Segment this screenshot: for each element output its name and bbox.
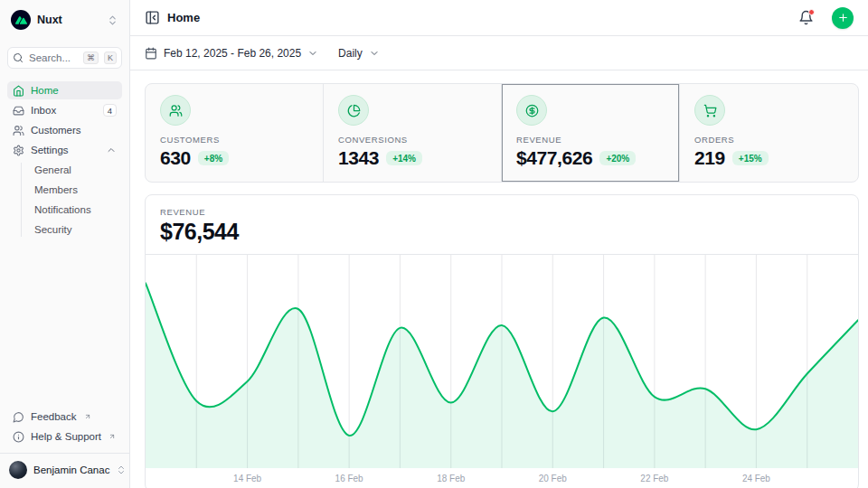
sidebar-footer: Feedback Help & Support [7,408,122,446]
stats-row: CUSTOMERS 630 +8% CONVERSIONS 1343 +14% [145,83,859,183]
chevron-down-icon [307,48,318,59]
sidebar-item-notifications[interactable]: Notifications [31,201,122,219]
sidebar: Nuxt Search... ⌘ K Home [0,0,130,488]
chart-value: $76,544 [160,219,844,245]
x-axis-tick: 18 Feb [437,474,465,483]
collapse-sidebar-icon[interactable] [145,10,160,25]
info-circle-icon [13,431,24,443]
delta-badge: +20% [599,151,636,165]
shopping-cart-icon [694,95,725,126]
app-window: Nuxt Search... ⌘ K Home [0,0,868,488]
main-area: Home Feb 12, 2025 - Feb 26, 2025 Daily [130,0,868,488]
stat-value: $477,626 [516,147,592,169]
sidebar-item-settings[interactable]: Settings [7,141,122,159]
chevrons-up-down-icon [107,14,118,26]
x-axis-tick: 14 Feb [233,474,261,483]
revenue-chart-card: REVENUE $76,544 14 Feb16 Feb18 Feb20 Feb… [145,194,859,488]
message-bubble-icon [13,411,24,423]
x-axis-tick: 24 Feb [742,474,770,483]
top-bar: Home [130,0,868,36]
sidebar-item-home[interactable]: Home [7,81,122,99]
x-axis-tick: 20 Feb [539,474,567,483]
kbd-k: K [104,52,117,65]
gear-icon [13,145,24,156]
granularity-select[interactable]: Daily [338,47,380,60]
stat-value: 219 [694,147,725,169]
sidebar-item-members[interactable]: Members [31,181,122,199]
revenue-chart-svg[interactable]: 14 Feb16 Feb18 Feb20 Feb22 Feb24 Feb [146,255,858,488]
dollar-circle-icon [516,95,547,126]
x-axis-tick: 16 Feb [335,474,363,483]
delta-badge: +8% [198,151,229,165]
sidebar-item-feedback[interactable]: Feedback [7,408,122,426]
kbd-meta: ⌘ [83,52,99,65]
chevrons-up-down-icon [116,465,127,475]
stat-value: 630 [160,147,191,169]
users-icon [160,95,191,126]
sidebar-item-customers[interactable]: Customers [7,121,122,139]
user-name: Benjamin Canac [33,465,109,475]
delta-badge: +15% [732,151,769,165]
inbox-count-badge: 4 [103,104,117,117]
pie-chart-icon [338,95,369,126]
notifications-bell-icon[interactable] [798,10,814,25]
stat-card-conversions[interactable]: CONVERSIONS 1343 +14% [324,84,502,182]
calendar-icon [145,47,157,60]
content: CUSTOMERS 630 +8% CONVERSIONS 1343 +14% [130,70,868,488]
home-icon [13,85,24,97]
stat-card-orders[interactable]: ORDERS 219 +15% [680,84,858,182]
external-link-icon [108,433,116,440]
sidebar-item-help-support[interactable]: Help & Support [7,427,122,446]
search-icon [13,52,24,63]
stat-value: 1343 [338,147,379,169]
team-name: Nuxt [37,14,100,26]
chevron-up-icon [106,145,117,155]
chevron-down-icon [369,48,380,59]
date-range-picker[interactable]: Feb 12, 2025 - Feb 26, 2025 [145,47,318,60]
stat-card-customers[interactable]: CUSTOMERS 630 +8% [146,84,324,182]
settings-subnav: General Members Notifications Security [21,161,122,239]
nuxt-logo-icon [11,10,31,30]
sidebar-item-general[interactable]: General [31,161,122,179]
user-menu[interactable]: Benjamin Canac [0,453,129,481]
chart-header: REVENUE $76,544 [146,195,858,255]
delta-badge: +14% [386,151,422,165]
search-input[interactable]: Search... ⌘ K [7,47,122,69]
x-axis-tick: 22 Feb [640,474,668,483]
chart-label: REVENUE [160,207,844,217]
page-title: Home [167,11,791,24]
stat-card-revenue[interactable]: REVENUE $477,626 +20% [502,84,680,182]
sidebar-nav: Home Inbox 4 Customers Settings [7,81,122,239]
filters-toolbar: Feb 12, 2025 - Feb 26, 2025 Daily [130,36,868,70]
notification-dot [808,9,815,15]
sidebar-item-security[interactable]: Security [31,221,122,239]
search-placeholder: Search... [29,52,78,63]
users-icon [13,125,24,136]
team-switcher[interactable]: Nuxt [7,7,122,33]
sidebar-item-inbox[interactable]: Inbox 4 [7,101,122,119]
user-avatar [9,461,27,479]
add-button[interactable] [832,7,854,29]
external-link-icon [84,413,91,420]
inbox-icon [13,105,24,117]
